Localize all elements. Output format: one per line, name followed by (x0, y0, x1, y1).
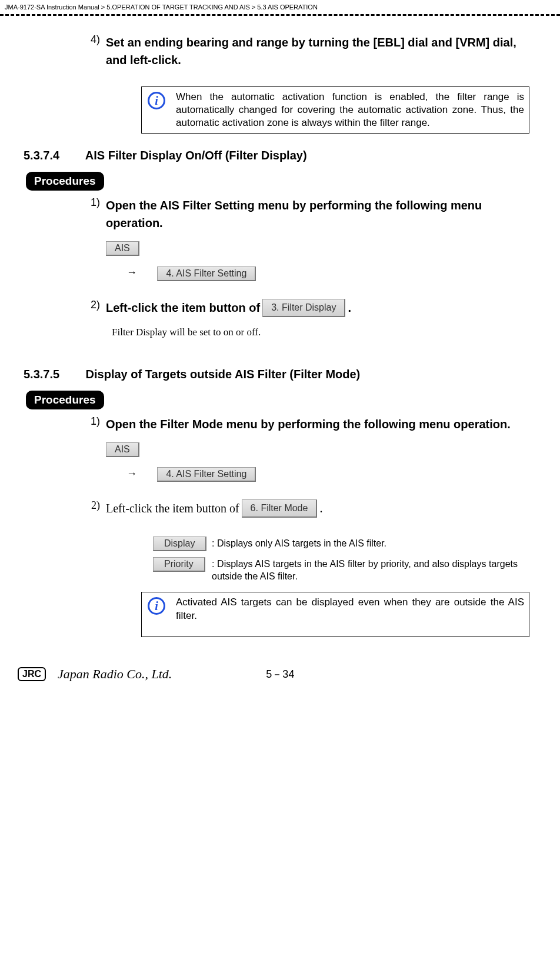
step-text-after: . (348, 299, 351, 316)
arrow-icon: → (126, 468, 137, 480)
info-icon: i (148, 92, 165, 109)
menu-path: AIS → 4. AIS Filter Setting (106, 241, 536, 281)
page-number: 5－34 (266, 667, 294, 681)
ais-filter-setting-button[interactable]: 4. AIS Filter Setting (157, 467, 256, 482)
step-5375-2: 2) Left-click the item button of 6. Filt… (24, 499, 536, 518)
jrc-company-name: Japan Radio Co., Ltd. (58, 667, 172, 682)
info-text: Activated AIS targets can be displayed e… (171, 592, 529, 636)
option-description: : Displays AIS targets in the AIS filter… (206, 557, 518, 583)
breadcrumb: JMA-9172-SA Instruction Manual > 5.OPERA… (0, 0, 560, 12)
footer: JRC Japan Radio Co., Ltd. 5－34 (0, 649, 560, 694)
step-text-after: . (319, 499, 322, 517)
step-text: Open the Filter Mode menu by performing … (106, 415, 536, 433)
info-text: When the automatic activation function i… (171, 87, 529, 133)
body-text: Filter Display will be set to on or off. (112, 326, 536, 338)
filter-display-button[interactable]: 3. Filter Display (262, 299, 345, 317)
section-number: 5.3.7.5 (24, 368, 82, 381)
step-number: 2) (24, 499, 106, 518)
procedures-badge: Procedures (26, 391, 104, 409)
ais-button[interactable]: AIS (106, 442, 139, 457)
jrc-logo-box: JRC (18, 667, 46, 681)
step-text: Set an ending bearing and range by turni… (106, 34, 536, 69)
section-title: AIS Filter Display On/Off (Filter Displa… (85, 149, 307, 162)
step-text-before: Left-click the item button of (106, 499, 239, 517)
step-number: 1) (24, 196, 106, 232)
display-button[interactable]: Display (153, 537, 206, 551)
step-5374-1: 1) Open the AIS Filter Setting menu by p… (24, 196, 536, 232)
option-display: Display : Displays only AIS targets in t… (153, 537, 536, 551)
priority-button[interactable]: Priority (153, 557, 205, 572)
step-5375-1: 1) Open the Filter Mode menu by performi… (24, 415, 536, 433)
divider (0, 14, 560, 16)
info-box-2: i Activated AIS targets can be displayed… (141, 592, 529, 637)
info-icon: i (148, 597, 165, 615)
ais-button[interactable]: AIS (106, 241, 139, 256)
step-text-before: Left-click the item button of (106, 299, 260, 316)
step-number: 1) (24, 415, 106, 433)
step-number: 2) (24, 299, 106, 317)
section-title: Display of Targets outside AIS Filter (F… (86, 368, 361, 381)
option-priority: Priority : Displays AIS targets in the A… (153, 557, 536, 583)
menu-path: AIS → 4. AIS Filter Setting (106, 442, 536, 482)
step-number: 4) (24, 34, 106, 69)
section-heading-5375: 5.3.7.5 Display of Targets outside AIS F… (24, 368, 536, 381)
info-box-1: i When the automatic activation function… (141, 86, 529, 134)
step-5374-2: 2) Left-click the item button of 3. Filt… (24, 299, 536, 317)
step-4: 4) Set an ending bearing and range by tu… (24, 34, 536, 69)
option-description: : Displays only AIS targets in the AIS f… (206, 537, 518, 550)
ais-filter-setting-button[interactable]: 4. AIS Filter Setting (157, 266, 256, 281)
arrow-icon: → (126, 266, 137, 279)
section-heading-5374: 5.3.7.4 AIS Filter Display On/Off (Filte… (24, 149, 536, 162)
section-number: 5.3.7.4 (24, 149, 82, 162)
procedures-badge: Procedures (26, 172, 104, 191)
step-text: Open the AIS Filter Setting menu by perf… (106, 196, 536, 232)
filter-mode-button[interactable]: 6. Filter Mode (242, 499, 318, 518)
